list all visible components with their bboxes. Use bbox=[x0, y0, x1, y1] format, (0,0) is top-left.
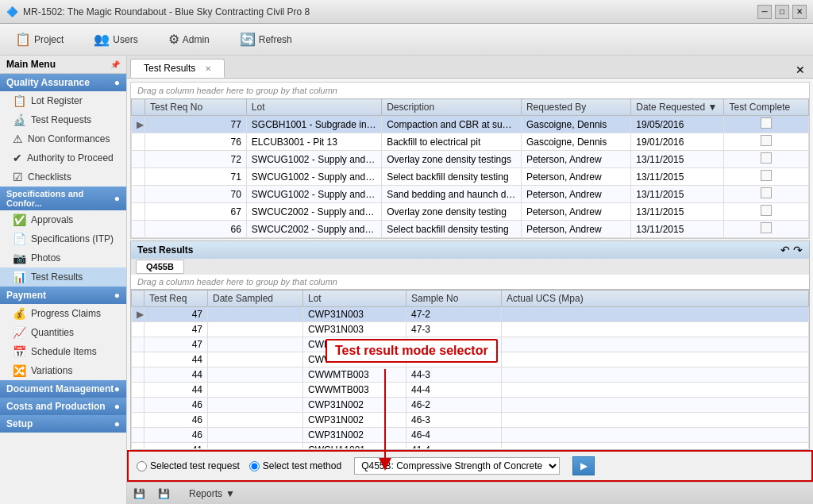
table-row[interactable]: 70 SWCUG1002 - Supply and inst... Sand b… bbox=[132, 186, 809, 203]
upper-grid-container[interactable]: Test Req No Lot Description Requested By… bbox=[131, 98, 809, 238]
table-row[interactable]: 47 CWP31N003 47-3 bbox=[132, 322, 809, 337]
admin-button[interactable]: ⚙ Admin bbox=[161, 28, 217, 51]
cell-test-complete[interactable] bbox=[724, 116, 809, 133]
save-icon[interactable]: 💾 bbox=[133, 488, 145, 499]
save2-icon[interactable]: 💾 bbox=[158, 488, 170, 499]
table-row[interactable]: 66 SWCUC2002 - Supply and inst... Select… bbox=[132, 221, 809, 238]
tab-close-icon[interactable]: ✕ bbox=[205, 64, 211, 73]
non-conformances-label: Non Conformances bbox=[28, 133, 110, 144]
tab-test-results[interactable]: Test Results ✕ bbox=[130, 59, 225, 78]
sidebar-item-test-requests[interactable]: 🔬 Test Requests bbox=[0, 110, 126, 129]
sidebar-section-setup[interactable]: Setup ● bbox=[0, 415, 126, 433]
window-controls[interactable]: ─ □ ✕ bbox=[757, 5, 807, 19]
lower-col-actual-ucs[interactable]: Actual UCS (Mpa) bbox=[502, 290, 809, 307]
maximize-button[interactable]: □ bbox=[775, 5, 789, 19]
sidebar-item-photos[interactable]: 📷 Photos bbox=[0, 248, 126, 267]
sidebar-item-progress-claims[interactable]: 💰 Progress Claims bbox=[0, 304, 126, 323]
table-row[interactable]: 46 CWP31N002 46-2 bbox=[132, 398, 809, 413]
col-lot[interactable]: Lot bbox=[246, 99, 381, 116]
sidebar-item-variations[interactable]: 🔀 Variations bbox=[0, 361, 126, 380]
cell-test-complete[interactable] bbox=[724, 203, 809, 221]
lower-section: Test Results ↶ ↷ Q455B Drag a column hea… bbox=[127, 240, 813, 450]
table-row[interactable]: 47 CWP31N003 47-4 bbox=[132, 337, 809, 352]
col-requested-by[interactable]: Requested By bbox=[521, 99, 630, 116]
users-button[interactable]: 👥 Users bbox=[87, 28, 144, 51]
col-test-complete[interactable]: Test Complete bbox=[724, 99, 809, 116]
table-row[interactable]: 44 CWWMTB003 44-4 bbox=[132, 383, 809, 398]
lower-grid-container[interactable]: Test Req Date Sampled Lot Sample No Actu… bbox=[131, 290, 809, 448]
sub-tab-q455b[interactable]: Q455B bbox=[136, 260, 184, 274]
table-row[interactable]: ▶ 77 SGCBH1001 - Subgrade in em... Compa… bbox=[132, 116, 809, 133]
table-row[interactable]: 41 CWCUA1001 41-4 bbox=[132, 443, 809, 449]
close-button[interactable]: ✕ bbox=[792, 5, 807, 19]
cell-test-complete[interactable] bbox=[724, 186, 809, 203]
sidebar-item-lot-register[interactable]: 📋 Lot Register bbox=[0, 91, 126, 110]
main-menu-label: Main Menu bbox=[6, 59, 110, 70]
sidebar-item-authority-to-proceed[interactable]: ✔ Authority to Proceed bbox=[0, 148, 126, 167]
cell-test-complete[interactable] bbox=[724, 221, 809, 238]
pin-icon: 📌 bbox=[110, 60, 120, 69]
table-row[interactable]: 44 CWWMTB003 44-2 bbox=[132, 352, 809, 367]
cell-test-complete[interactable] bbox=[724, 168, 809, 186]
cell-requested-by: Peterson, Andrew bbox=[521, 168, 630, 186]
sidebar-section-document-management[interactable]: Document Management ● bbox=[0, 380, 126, 398]
table-row[interactable]: 44 CWWMTB003 44-3 bbox=[132, 367, 809, 383]
col-test-req-no[interactable]: Test Req No bbox=[145, 99, 247, 116]
table-row[interactable]: 67 SWCUC2002 - Supply and inst... Overla… bbox=[132, 203, 809, 221]
select-test-method-radio-input[interactable] bbox=[249, 461, 260, 471]
lower-cell-lot: CWWMTB003 bbox=[303, 383, 406, 398]
col-date-requested[interactable]: Date Requested ▼ bbox=[631, 99, 724, 116]
lower-panel-icon2[interactable]: ↷ bbox=[793, 244, 803, 256]
minimize-button[interactable]: ─ bbox=[757, 5, 772, 19]
sidebar-section-specifications[interactable]: Specifications and Confor... ● bbox=[0, 187, 126, 210]
sidebar-section-payment[interactable]: Payment ● bbox=[0, 287, 126, 304]
cell-lot: SWCUC2002 - Supply and inst... bbox=[246, 203, 381, 221]
selected-test-request-radio[interactable]: Selected test request bbox=[137, 460, 240, 471]
lower-col-test-req[interactable]: Test Req bbox=[144, 290, 208, 307]
cell-description: Select backfill density testing bbox=[382, 168, 522, 186]
table-row[interactable]: 71 SWCUG1002 - Supply and inst... Select… bbox=[132, 168, 809, 186]
select-test-method-radio[interactable]: Select test method bbox=[249, 460, 341, 471]
table-row[interactable]: 76 ELCUB3001 - Pit 13 Backfill to electr… bbox=[132, 133, 809, 151]
col-description[interactable]: Description bbox=[382, 99, 522, 116]
lower-panel-header: Test Results ↶ ↷ bbox=[130, 240, 810, 259]
refresh-button[interactable]: 🔄 Refresh bbox=[233, 28, 299, 51]
sidebar-section-quality-assurance[interactable]: Quality Assurance ● bbox=[0, 74, 126, 91]
expand-cell: ▶ bbox=[132, 116, 145, 133]
cell-test-complete[interactable] bbox=[724, 151, 809, 168]
cell-test-req-no: 76 bbox=[145, 133, 247, 151]
lower-col-lot[interactable]: Lot bbox=[303, 290, 406, 307]
sidebar-section-costs-production[interactable]: Costs and Production ● bbox=[0, 398, 126, 415]
quantities-icon: 📈 bbox=[13, 326, 26, 339]
expand-cell bbox=[132, 168, 145, 186]
lower-col-sample-no[interactable]: Sample No bbox=[406, 290, 502, 307]
sidebar-item-approvals[interactable]: ✅ Approvals bbox=[0, 210, 126, 229]
status-bar: 💾 💾 Reports ▼ bbox=[127, 482, 813, 504]
project-button[interactable]: 📋 Project bbox=[8, 28, 71, 51]
selected-test-request-radio-input[interactable] bbox=[137, 461, 147, 471]
table-row[interactable]: 72 SWCUG1002 - Supply and inst... Overla… bbox=[132, 151, 809, 168]
table-row[interactable]: 46 CWP31N002 46-3 bbox=[132, 413, 809, 428]
table-row[interactable]: 46 CWP31N002 46-4 bbox=[132, 428, 809, 443]
cell-test-complete[interactable] bbox=[724, 133, 809, 151]
mode-radio-group: Selected test request Select test method bbox=[137, 460, 341, 471]
lower-panel-icon1[interactable]: ↶ bbox=[780, 244, 790, 256]
test-method-select[interactable]: Q455B: Compressive Strength of Concrete bbox=[354, 457, 560, 475]
sidebar-item-test-results[interactable]: 📊 Test Results bbox=[0, 267, 126, 287]
reports-button[interactable]: Reports ▼ bbox=[183, 487, 241, 501]
go-button[interactable]: ▶ bbox=[572, 456, 595, 475]
lower-panel-controls: ↶ ↷ bbox=[780, 244, 803, 256]
lower-cell-sample-no: 47-4 bbox=[406, 337, 502, 352]
sidebar-item-checklists[interactable]: ☑ Checklists bbox=[0, 167, 126, 187]
sidebar-item-non-conformances[interactable]: ⚠ Non Conformances bbox=[0, 129, 126, 148]
expand-cell bbox=[132, 133, 145, 151]
authority-icon: ✔ bbox=[13, 152, 22, 164]
close-panel-icon[interactable]: ✕ bbox=[791, 62, 810, 78]
table-row[interactable]: ▶ 47 CWP31N003 47-2 bbox=[132, 307, 809, 322]
lower-col-date-sampled[interactable]: Date Sampled bbox=[208, 290, 303, 307]
setup-label: Setup bbox=[6, 418, 33, 429]
sidebar-item-quantities[interactable]: 📈 Quantities bbox=[0, 323, 126, 342]
sidebar-item-schedule-items[interactable]: 📅 Schedule Items bbox=[0, 342, 126, 361]
sidebar-item-specifications-itp[interactable]: 📄 Specifications (ITP) bbox=[0, 229, 126, 248]
cell-description: Overlay zone density testings bbox=[382, 151, 522, 168]
